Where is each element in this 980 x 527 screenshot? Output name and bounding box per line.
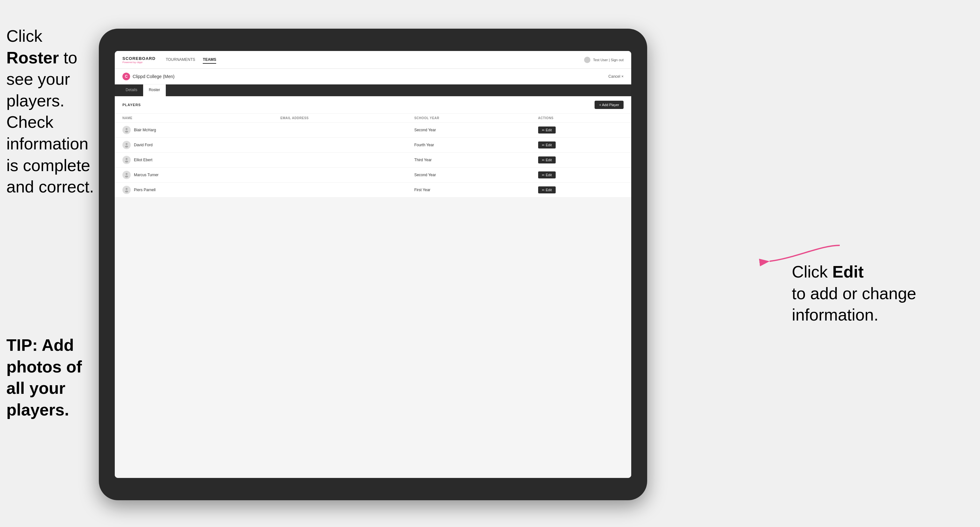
player-year: Second Year xyxy=(406,168,530,183)
player-email xyxy=(273,138,407,152)
player-avatar xyxy=(123,141,131,149)
col-actions: ACTIONS xyxy=(530,114,631,123)
pencil-icon xyxy=(542,128,544,132)
player-email xyxy=(273,152,407,168)
player-actions: Edit xyxy=(530,138,631,152)
table-row: Piers Parnell First Year Edit xyxy=(115,183,631,198)
player-email xyxy=(273,168,407,183)
edit-button[interactable]: Edit xyxy=(538,186,556,194)
player-year: First Year xyxy=(406,183,530,198)
svg-point-3 xyxy=(125,131,128,133)
page-content: C Clippd College (Men) Cancel × Details … xyxy=(115,69,631,478)
svg-point-10 xyxy=(126,188,127,190)
players-section: PLAYERS + Add Player NAME EMAIL ADDRESS … xyxy=(115,96,631,198)
svg-point-4 xyxy=(126,143,127,145)
tip-annotation: TIP: Add photos ofall your players. xyxy=(6,335,108,421)
col-year: SCHOOL YEAR xyxy=(406,114,530,123)
player-name-cell: Marcus Turner xyxy=(115,168,273,183)
svg-point-8 xyxy=(126,173,127,175)
pencil-icon xyxy=(542,188,544,192)
player-name-cell: Piers Parnell xyxy=(115,183,273,198)
player-name: Marcus Turner xyxy=(134,173,158,177)
left-annotation: Click Roster to see your players. Check … xyxy=(6,25,99,198)
edit-button[interactable]: Edit xyxy=(538,127,556,133)
team-name-row: C Clippd College (Men) xyxy=(123,73,175,80)
table-row: David Ford Fourth Year Edit xyxy=(115,138,631,152)
add-player-button[interactable]: + Add Player xyxy=(595,101,624,109)
player-name: David Ford xyxy=(134,143,153,147)
table-row: Blair McHarg Second Year Edit xyxy=(115,123,631,138)
player-year: Fourth Year xyxy=(406,138,530,152)
user-text: Test User | Sign out xyxy=(593,58,624,62)
user-avatar xyxy=(584,57,590,63)
nav-tournaments[interactable]: TOURNAMENTS xyxy=(166,56,195,64)
player-name: Piers Parnell xyxy=(134,188,156,192)
table-header-row: NAME EMAIL ADDRESS SCHOOL YEAR ACTIONS xyxy=(115,114,631,123)
player-name: Blair McHarg xyxy=(134,128,156,132)
player-avatar xyxy=(123,171,131,179)
brand-title: SCOREBOARD xyxy=(123,56,156,61)
player-name-cell: Elliot Ebert xyxy=(115,152,273,168)
table-row: Marcus Turner Second Year Edit xyxy=(115,168,631,183)
player-actions: Edit xyxy=(530,168,631,183)
table-row: Elliot Ebert Third Year Edit xyxy=(115,152,631,168)
pencil-icon xyxy=(542,143,544,147)
tab-roster[interactable]: Roster xyxy=(143,84,166,96)
player-actions: Edit xyxy=(530,152,631,168)
navbar: SCOREBOARD Powered by clippi TOURNAMENTS… xyxy=(115,51,631,69)
player-email xyxy=(273,183,407,198)
edit-button[interactable]: Edit xyxy=(538,171,556,178)
tab-details[interactable]: Details xyxy=(120,84,143,96)
player-avatar xyxy=(123,126,131,134)
player-name-cell: Blair McHarg xyxy=(115,123,273,138)
team-icon: C xyxy=(123,73,130,80)
edit-arrow xyxy=(763,242,843,268)
player-name-cell: David Ford xyxy=(115,138,273,152)
player-avatar xyxy=(123,156,131,164)
svg-point-5 xyxy=(125,146,128,148)
brand: SCOREBOARD Powered by clippi xyxy=(123,56,156,64)
tablet-frame: SCOREBOARD Powered by clippi TOURNAMENTS… xyxy=(99,29,647,500)
svg-point-7 xyxy=(125,160,128,162)
brand-sub: Powered by clippi xyxy=(123,61,156,64)
pencil-icon xyxy=(542,158,544,162)
nav-teams[interactable]: TEAMS xyxy=(203,56,216,64)
svg-point-6 xyxy=(126,158,127,160)
right-annotation: Click Editto add or changeinformation. xyxy=(792,261,916,326)
player-actions: Edit xyxy=(530,123,631,138)
col-email: EMAIL ADDRESS xyxy=(273,114,407,123)
svg-point-11 xyxy=(125,190,128,192)
players-header: PLAYERS + Add Player xyxy=(115,96,631,114)
tabs-bar: Details Roster xyxy=(115,84,631,96)
player-year: Third Year xyxy=(406,152,530,168)
tablet-screen: SCOREBOARD Powered by clippi TOURNAMENTS… xyxy=(115,51,631,478)
team-name-text: Clippd College (Men) xyxy=(133,74,175,79)
player-avatar xyxy=(123,186,131,194)
nav-links: TOURNAMENTS TEAMS xyxy=(166,56,584,64)
svg-point-9 xyxy=(125,176,128,178)
svg-point-2 xyxy=(126,128,127,130)
player-year: Second Year xyxy=(406,123,530,138)
player-email xyxy=(273,123,407,138)
team-header: C Clippd College (Men) Cancel × xyxy=(115,69,631,84)
cancel-button[interactable]: Cancel × xyxy=(608,74,624,79)
player-actions: Edit xyxy=(530,183,631,198)
edit-button[interactable]: Edit xyxy=(538,156,556,163)
players-table: NAME EMAIL ADDRESS SCHOOL YEAR ACTIONS B… xyxy=(115,114,631,198)
nav-right: Test User | Sign out xyxy=(584,57,624,63)
players-title: PLAYERS xyxy=(123,103,141,107)
col-name: NAME xyxy=(115,114,273,123)
edit-button[interactable]: Edit xyxy=(538,141,556,148)
player-name: Elliot Ebert xyxy=(134,158,153,162)
roster-bold-text: Roster xyxy=(6,48,59,67)
pencil-icon xyxy=(542,173,544,177)
